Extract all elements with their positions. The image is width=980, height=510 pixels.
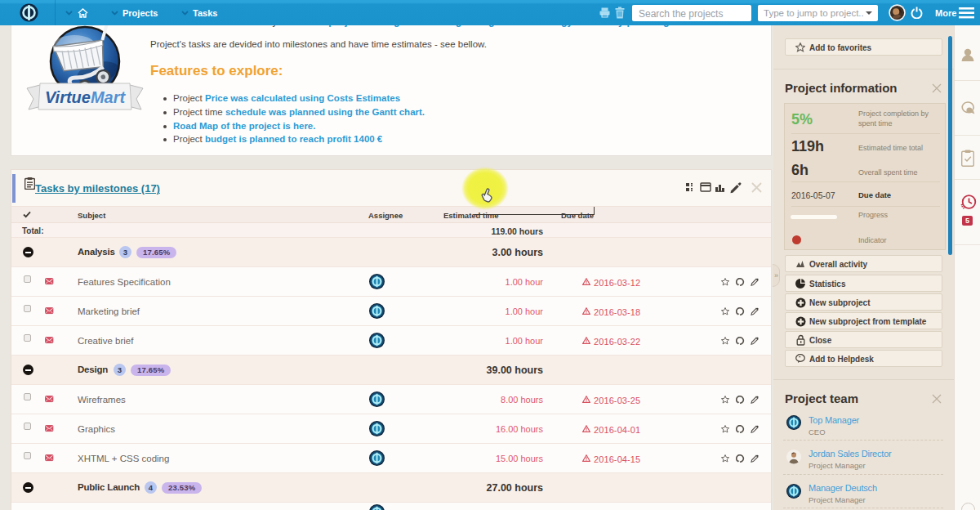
- svg-text:VirtueMart: VirtueMart: [45, 88, 127, 106]
